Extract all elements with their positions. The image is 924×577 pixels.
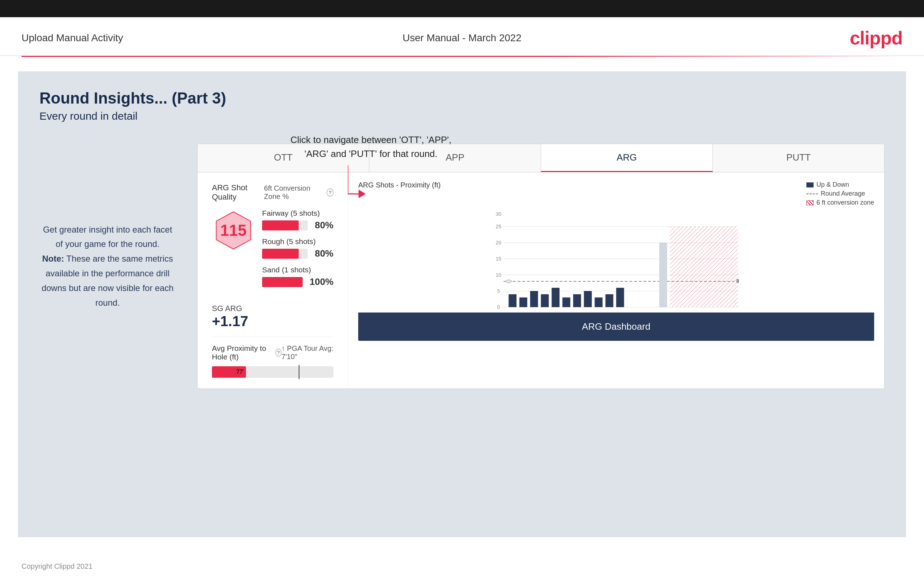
legend-updown: Up & Down bbox=[806, 181, 874, 189]
copyright: Copyright Clippd 2021 bbox=[0, 551, 924, 577]
svg-rect-20 bbox=[509, 294, 517, 307]
svg-text:25: 25 bbox=[496, 224, 502, 229]
bar-row-sand: Sand (1 shots) 100% bbox=[262, 266, 333, 287]
bar-row-fairway: Fairway (5 shots) 80% bbox=[262, 209, 333, 231]
page-title: Round Insights... (Part 3) bbox=[39, 89, 885, 107]
legend-hatch-icon bbox=[806, 200, 814, 205]
svg-rect-25 bbox=[562, 297, 570, 307]
svg-text:5: 5 bbox=[497, 288, 500, 294]
bar-fill-fairway bbox=[262, 221, 299, 230]
legend-6ft: 6 ft conversion zone bbox=[806, 199, 874, 206]
bar-label-rough: Rough (5 shots) bbox=[262, 237, 333, 246]
info-icon[interactable]: ? bbox=[326, 189, 333, 197]
navigate-note: Click to navigate between 'OTT', 'APP','… bbox=[291, 133, 451, 161]
svg-rect-22 bbox=[530, 291, 538, 307]
svg-rect-27 bbox=[584, 291, 592, 307]
sg-arg-label: SG ARG bbox=[212, 304, 333, 313]
chart-svg: 0 5 10 15 20 25 30 bbox=[358, 212, 874, 313]
bar-pct-fairway: 80% bbox=[315, 220, 333, 231]
bar-label-fairway: Fairway (5 shots) bbox=[262, 209, 333, 218]
bar-track-fairway bbox=[262, 221, 308, 230]
sg-arg-value: +1.17 bbox=[212, 313, 333, 329]
svg-rect-30 bbox=[616, 288, 624, 307]
svg-rect-16 bbox=[670, 227, 738, 307]
svg-rect-31 bbox=[659, 243, 667, 307]
chart-area: 0 5 10 15 20 25 30 bbox=[358, 212, 874, 313]
hexagon: 115 bbox=[212, 209, 255, 252]
svg-marker-19 bbox=[505, 280, 512, 283]
arg-dashboard-button[interactable]: ARG Dashboard bbox=[358, 313, 874, 341]
chart-legend: Up & Down Round Average 6 ft conversion … bbox=[806, 181, 874, 206]
panel-area: Get greater insight into each facet of y… bbox=[39, 144, 885, 389]
conversion-zone-label: 6ft Conversion Zone % ? bbox=[264, 184, 333, 201]
description-text: Get greater insight into each facet of y… bbox=[39, 222, 176, 310]
legend-round-avg-label: Round Average bbox=[821, 190, 865, 197]
bar-row-rough: Rough (5 shots) 80% bbox=[262, 237, 333, 259]
proximity-bar-fill: 77' bbox=[212, 366, 246, 378]
svg-text:0: 0 bbox=[497, 304, 500, 310]
top-bar bbox=[0, 0, 924, 17]
svg-rect-26 bbox=[573, 294, 581, 307]
bar-fill-sand bbox=[262, 277, 303, 287]
page-subtitle: Every round in detail bbox=[39, 110, 885, 122]
left-description: Get greater insight into each facet of y… bbox=[39, 144, 176, 389]
sg-section: SG ARG +1.17 bbox=[212, 304, 333, 329]
manual-label: User Manual - March 2022 bbox=[403, 32, 521, 44]
bar-track-sand bbox=[262, 277, 303, 287]
svg-text:10: 10 bbox=[496, 272, 502, 278]
proximity-cursor bbox=[299, 365, 299, 379]
proximity-bar-track: 77' bbox=[212, 366, 333, 378]
proximity-info-icon[interactable]: ? bbox=[275, 349, 281, 356]
svg-text:20: 20 bbox=[496, 240, 502, 245]
proximity-label: Avg Proximity to Hole (ft) ? bbox=[212, 344, 281, 361]
note-bold: Note: bbox=[42, 254, 64, 263]
svg-rect-28 bbox=[595, 297, 603, 307]
svg-rect-29 bbox=[606, 294, 614, 307]
bar-fill-rough bbox=[262, 249, 299, 259]
bars-section: Fairway (5 shots) 80% bbox=[262, 209, 333, 294]
card-right: ARG Shots - Proximity (ft) Up & Down Rou… bbox=[348, 172, 884, 388]
tab-putt[interactable]: PUTT bbox=[713, 144, 884, 172]
card-left: ARG Shot Quality 6ft Conversion Zone % ? bbox=[197, 172, 348, 388]
bar-label-sand: Sand (1 shots) bbox=[262, 266, 333, 274]
legend-dashed-icon bbox=[806, 193, 818, 194]
bar-track-rough bbox=[262, 249, 308, 259]
proximity-section: Avg Proximity to Hole (ft) ? ↑ PGA Tour … bbox=[212, 337, 333, 378]
bar-pct-rough: 80% bbox=[315, 248, 333, 259]
svg-text:30: 30 bbox=[496, 212, 502, 217]
logo: clippd bbox=[850, 27, 903, 49]
svg-marker-0 bbox=[359, 190, 366, 198]
tab-arg[interactable]: ARG bbox=[541, 144, 713, 172]
header-accent bbox=[21, 56, 903, 57]
upload-label: Upload Manual Activity bbox=[21, 32, 123, 44]
svg-rect-21 bbox=[520, 297, 527, 307]
bar-pct-sand: 100% bbox=[310, 276, 334, 287]
svg-text:8: 8 bbox=[737, 278, 739, 284]
header: Upload Manual Activity User Manual - Mar… bbox=[0, 17, 924, 56]
arg-shot-quality-label: ARG Shot Quality bbox=[212, 183, 264, 202]
arrow-indicator bbox=[348, 165, 376, 210]
legend-updown-label: Up & Down bbox=[816, 181, 849, 189]
proximity-header: Avg Proximity to Hole (ft) ? ↑ PGA Tour … bbox=[212, 344, 333, 361]
legend-round-avg: Round Average bbox=[806, 190, 874, 197]
svg-rect-23 bbox=[541, 294, 549, 307]
legend-6ft-label: 6 ft conversion zone bbox=[816, 199, 874, 206]
hex-value: 115 bbox=[220, 221, 246, 239]
proximity-value: 77' bbox=[236, 369, 244, 375]
pga-avg-label: ↑ PGA Tour Avg: 7'10" bbox=[281, 345, 333, 361]
legend-updown-icon bbox=[806, 182, 814, 187]
chart-header: ARG Shots - Proximity (ft) Up & Down Rou… bbox=[358, 181, 874, 206]
main-card: OTT APP ARG PUTT ARG Shot Quality 6ft Co… bbox=[197, 144, 885, 389]
main-content: Round Insights... (Part 3) Every round i… bbox=[18, 71, 906, 537]
svg-text:15: 15 bbox=[496, 256, 502, 262]
card-body: ARG Shot Quality 6ft Conversion Zone % ? bbox=[197, 172, 884, 388]
svg-rect-24 bbox=[552, 288, 560, 307]
